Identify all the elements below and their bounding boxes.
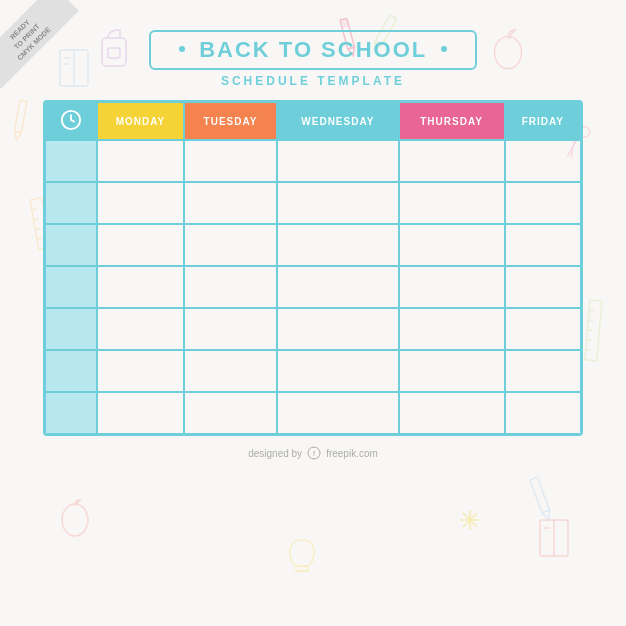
title-text: BACK TO SCHOOL	[199, 37, 427, 62]
schedule-cell[interactable]	[277, 392, 398, 434]
footer-brand: freepik.com	[326, 448, 378, 459]
schedule-cell[interactable]	[505, 308, 581, 350]
schedule-cell[interactable]	[97, 392, 184, 434]
schedule-cell[interactable]	[97, 182, 184, 224]
schedule-cell[interactable]	[277, 350, 398, 392]
schedule-cell[interactable]	[399, 224, 505, 266]
schedule-cell[interactable]	[97, 308, 184, 350]
schedule-cell[interactable]	[505, 140, 581, 182]
schedule-cell[interactable]	[399, 140, 505, 182]
schedule-cell[interactable]	[277, 266, 398, 308]
schedule-cell[interactable]	[505, 350, 581, 392]
schedule-cell[interactable]	[184, 308, 277, 350]
schedule-cell[interactable]	[277, 308, 398, 350]
schedule-cell[interactable]	[399, 308, 505, 350]
time-cell	[45, 224, 97, 266]
title-box: BACK TO SCHOOL	[149, 30, 477, 70]
time-cell	[45, 392, 97, 434]
subtitle: SCHEDULE TEMPLATE	[221, 74, 405, 88]
table-row	[45, 392, 581, 434]
page-content: BACK TO SCHOOL SCHEDULE TEMPLATE MONDAY …	[0, 0, 626, 626]
svg-text:f: f	[313, 450, 315, 457]
time-cell	[45, 266, 97, 308]
schedule-cell[interactable]	[97, 266, 184, 308]
header-thursday: THURSDAY	[399, 102, 505, 140]
time-cell	[45, 140, 97, 182]
schedule-cell[interactable]	[399, 350, 505, 392]
time-cell	[45, 308, 97, 350]
schedule-cell[interactable]	[97, 140, 184, 182]
schedule-table: MONDAY TUESDAY WEDNESDAY THURSDAY FRIDAY	[43, 100, 583, 436]
schedule-cell[interactable]	[399, 392, 505, 434]
table-row	[45, 224, 581, 266]
header-friday: FRIDAY	[505, 102, 581, 140]
schedule-body	[45, 140, 581, 434]
footer-label: designed by	[248, 448, 302, 459]
header-wednesday: WEDNESDAY	[277, 102, 398, 140]
schedule-cell[interactable]	[277, 224, 398, 266]
footer: designed by f freepik.com	[248, 446, 378, 460]
schedule-cell[interactable]	[505, 224, 581, 266]
schedule-cell[interactable]	[277, 140, 398, 182]
freepik-icon: f	[307, 446, 321, 460]
clock-icon	[60, 109, 82, 131]
schedule-cell[interactable]	[184, 350, 277, 392]
header-time	[45, 102, 97, 140]
time-cell	[45, 182, 97, 224]
header-monday: MONDAY	[97, 102, 184, 140]
schedule-cell[interactable]	[505, 392, 581, 434]
schedule-cell[interactable]	[184, 392, 277, 434]
table-row	[45, 308, 581, 350]
ribbon: READYTO PRINTCMYK MODE	[0, 0, 90, 90]
ribbon-text: READYTO PRINTCMYK MODE	[0, 0, 79, 89]
header-tuesday: TUESDAY	[184, 102, 277, 140]
main-title: BACK TO SCHOOL	[173, 37, 453, 63]
table-row	[45, 140, 581, 182]
schedule-cell[interactable]	[184, 140, 277, 182]
schedule-cell[interactable]	[399, 182, 505, 224]
dot-left	[179, 46, 185, 52]
schedule-cell[interactable]	[505, 266, 581, 308]
schedule-cell[interactable]	[184, 182, 277, 224]
schedule-cell[interactable]	[505, 182, 581, 224]
table-row	[45, 182, 581, 224]
schedule-cell[interactable]	[97, 224, 184, 266]
schedule-cell[interactable]	[184, 224, 277, 266]
schedule-cell[interactable]	[184, 266, 277, 308]
table-row	[45, 350, 581, 392]
dot-right	[441, 46, 447, 52]
schedule-cell[interactable]	[399, 266, 505, 308]
table-header-row: MONDAY TUESDAY WEDNESDAY THURSDAY FRIDAY	[45, 102, 581, 140]
schedule-cell[interactable]	[277, 182, 398, 224]
schedule-cell[interactable]	[97, 350, 184, 392]
table-row	[45, 266, 581, 308]
time-cell	[45, 350, 97, 392]
